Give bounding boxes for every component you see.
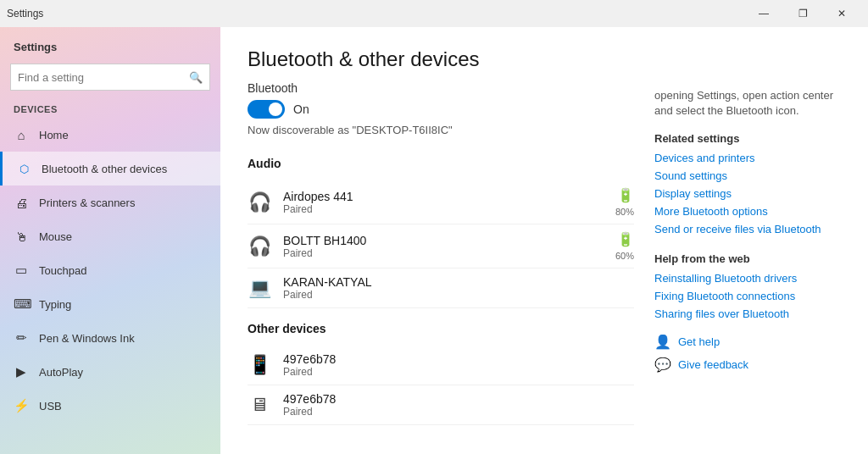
bluetooth-toggle-row: Bluetooth (248, 81, 634, 95)
app-title: Settings (7, 8, 43, 19)
minimize-button[interactable]: — (744, 0, 783, 27)
battery-boltt-icon: 🔋 (617, 231, 634, 247)
sidebar-section-label: Devices (0, 97, 220, 118)
titlebar: Settings — ❐ ✕ (0, 0, 868, 27)
device-karan-info: KARAN-KATYAL Paired (283, 275, 634, 301)
typing-icon: ⌨ (14, 296, 29, 312)
headphones-icon: 🎧 (248, 191, 271, 213)
device-boltt-status: Paired (283, 247, 604, 259)
sidebar-item-bluetooth-label: Bluetooth & other devices (42, 163, 167, 175)
pen-icon: ✏ (14, 330, 29, 346)
search-input[interactable] (18, 71, 189, 84)
sidebar-item-home-label: Home (39, 129, 69, 141)
sidebar: Settings 🔍 Devices ⌂ Home ⬡ Bluetooth & … (0, 27, 220, 454)
battery-boltt: 🔋 60% (615, 231, 634, 261)
intro-text: opening Settings, open action center and… (654, 88, 841, 119)
mouse-icon: 🖱 (14, 230, 29, 244)
device-497-2[interactable]: 🖥 497e6b78 Paired (248, 385, 634, 425)
related-settings-label: Related settings (654, 132, 841, 145)
close-button[interactable]: ✕ (822, 0, 861, 27)
device-497-1-status: Paired (283, 366, 634, 378)
device-karan-status: Paired (283, 289, 634, 301)
sidebar-item-touchpad-label: Touchpad (39, 264, 86, 277)
battery-airdopes-icon: 🔋 (617, 187, 634, 203)
sidebar-item-typing-label: Typing (39, 298, 71, 311)
printers-icon: 🖨 (14, 196, 29, 210)
device-airdopes[interactable]: 🎧 Airdopes 441 Paired 🔋 80% (248, 180, 634, 224)
sidebar-item-bluetooth[interactable]: ⬡ Bluetooth & other devices (0, 152, 220, 185)
headset-icon: 🎧 (248, 235, 271, 257)
device-karan[interactable]: 💻 KARAN-KATYAL Paired (248, 269, 634, 308)
search-box[interactable]: 🔍 (10, 64, 210, 91)
sidebar-item-autoplay-label: AutoPlay (39, 366, 83, 379)
usb-icon: ⚡ (14, 398, 29, 413)
give-feedback-icon: 💬 (654, 357, 671, 373)
link-sound-settings[interactable]: Sound settings (654, 169, 841, 182)
autoplay-icon: ▶ (14, 364, 29, 379)
maximize-button[interactable]: ❐ (783, 0, 822, 27)
right-sidebar: opening Settings, open action center and… (654, 47, 841, 434)
get-help-item[interactable]: 👤 Get help (654, 334, 841, 350)
device-497-1-name: 497e6b78 (283, 352, 634, 366)
window-controls: — ❐ ✕ (744, 0, 861, 27)
device-boltt-name: BOLTT BH1400 (283, 234, 604, 247)
sidebar-item-usb[interactable]: ⚡ USB (0, 389, 220, 423)
link-fixing[interactable]: Fixing Bluetooth connections (654, 290, 841, 302)
phone-icon-1: 📱 (248, 354, 271, 376)
sidebar-item-pen[interactable]: ✏ Pen & Windows Ink (0, 321, 220, 355)
device-497-2-info: 497e6b78 Paired (283, 392, 634, 418)
sidebar-item-mouse[interactable]: 🖱 Mouse (0, 219, 220, 253)
sidebar-item-usb-label: USB (39, 400, 62, 412)
link-display-settings[interactable]: Display settings (654, 187, 841, 200)
device-497-1-info: 497e6b78 Paired (283, 352, 634, 378)
discoverable-text: Now discoverable as "DESKTOP-T6II8IC" (248, 124, 634, 136)
sidebar-item-autoplay[interactable]: ▶ AutoPlay (0, 355, 220, 389)
sidebar-item-printers-label: Printers & scanners (39, 197, 135, 209)
sidebar-item-pen-label: Pen & Windows Ink (39, 332, 135, 345)
home-icon: ⌂ (14, 128, 29, 142)
device-airdopes-info: Airdopes 441 Paired (283, 190, 604, 215)
device-boltt[interactable]: 🎧 BOLTT BH1400 Paired 🔋 60% (248, 224, 634, 269)
give-feedback-label: Give feedback (678, 358, 748, 371)
device-karan-name: KARAN-KATYAL (283, 275, 634, 289)
battery-airdopes: 🔋 80% (615, 187, 634, 217)
other-devices-section-heading: Other devices (248, 322, 634, 335)
toggle-state-label: On (293, 102, 309, 116)
device-497-2-name: 497e6b78 (283, 392, 634, 406)
bluetooth-section-label: Bluetooth (248, 81, 298, 95)
app-body: Settings 🔍 Devices ⌂ Home ⬡ Bluetooth & … (0, 27, 868, 454)
bluetooth-icon: ⬡ (16, 163, 31, 175)
help-label: Help from the web (654, 252, 841, 265)
link-send-receive[interactable]: Send or receive files via Bluetooth (654, 223, 841, 235)
sidebar-item-printers[interactable]: 🖨 Printers & scanners (0, 185, 220, 219)
get-help-icon: 👤 (654, 334, 671, 350)
battery-airdopes-pct: 80% (615, 207, 634, 217)
give-feedback-item[interactable]: 💬 Give feedback (654, 357, 841, 373)
link-devices-printers[interactable]: Devices and printers (654, 152, 841, 164)
laptop-icon: 💻 (248, 277, 271, 299)
sidebar-item-touchpad[interactable]: ▭ Touchpad (0, 253, 220, 287)
device-497-1[interactable]: 📱 497e6b78 Paired (248, 346, 634, 385)
display-icon: 🖥 (248, 394, 271, 416)
main-content: Bluetooth & other devices Bluetooth On N… (220, 27, 868, 454)
get-help-label: Get help (678, 335, 720, 348)
link-reinstalling[interactable]: Reinstalling Bluetooth drivers (654, 272, 841, 285)
sidebar-title: Settings (0, 27, 220, 60)
sidebar-item-home[interactable]: ⌂ Home (0, 118, 220, 152)
touchpad-icon: ▭ (14, 263, 29, 278)
sidebar-item-mouse-label: Mouse (39, 230, 72, 243)
content-main: Bluetooth & other devices Bluetooth On N… (248, 47, 654, 434)
help-section: Help from the web Reinstalling Bluetooth… (654, 252, 841, 320)
device-airdopes-name: Airdopes 441 (283, 190, 604, 203)
link-sharing[interactable]: Sharing files over Bluetooth (654, 307, 841, 320)
device-boltt-info: BOLTT BH1400 Paired (283, 234, 604, 259)
battery-boltt-pct: 60% (615, 251, 634, 261)
link-more-bluetooth[interactable]: More Bluetooth options (654, 205, 841, 218)
bluetooth-toggle[interactable] (248, 100, 285, 119)
audio-section-heading: Audio (248, 157, 634, 170)
toggle-row[interactable]: On (248, 100, 634, 119)
device-airdopes-status: Paired (283, 203, 604, 215)
search-icon: 🔍 (189, 71, 203, 84)
sidebar-item-typing[interactable]: ⌨ Typing (0, 287, 220, 321)
page-title: Bluetooth & other devices (248, 47, 634, 71)
